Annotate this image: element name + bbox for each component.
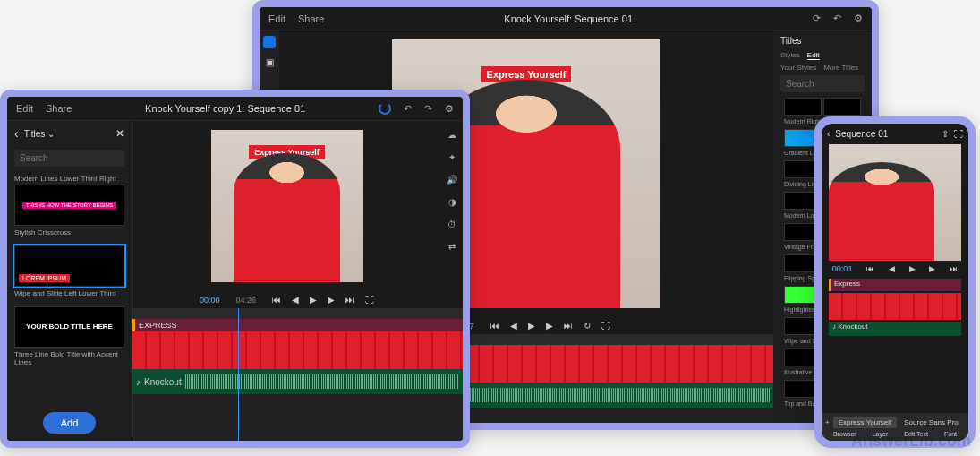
title-overlay[interactable]: Express Yourself (829, 144, 961, 152)
cloud-icon[interactable]: ☁ (447, 130, 456, 140)
export-icon[interactable]: ⇪ (942, 129, 949, 139)
audio-clip-name: Knockout (144, 377, 182, 387)
next-frame-icon[interactable]: ▶ (546, 321, 553, 331)
sync-icon[interactable]: ⟳ (813, 13, 821, 24)
right-rail: ☁ ✦ 🔊 ◑ ⏱ ⇄ (441, 121, 463, 308)
app-icon[interactable] (263, 36, 276, 48)
volume-icon[interactable]: 🔊 (447, 175, 457, 185)
preview-canvas[interactable]: Express Yourself (211, 130, 363, 282)
sidebar-heading[interactable]: Titles ⌄ (24, 129, 55, 139)
timecode-current: 00:01 (832, 264, 853, 273)
audio-clip-name: Knockout (838, 323, 867, 331)
tpl-name: Wipe and Slide Left Lower Third (14, 289, 124, 297)
jump-end-icon[interactable]: ⏭ (564, 321, 573, 331)
timecode-total: 04:26 (236, 296, 257, 305)
close-icon[interactable]: ✕ (115, 127, 124, 140)
music-icon: ♪ (136, 377, 141, 387)
prev-frame-icon[interactable]: ◀ (510, 321, 517, 331)
titles-search[interactable] (780, 75, 865, 92)
back-icon[interactable]: ‹ (14, 126, 19, 141)
gear-icon[interactable]: ⚙ (854, 13, 863, 24)
play-icon[interactable]: ▶ (528, 321, 535, 331)
title-template[interactable]: YOUR BOLD TITLE HERE Three Line Bold Tit… (14, 306, 124, 366)
subtab-more-titles[interactable]: More Titles (823, 64, 858, 72)
fullscreen-icon[interactable]: ⛶ (954, 129, 963, 139)
sidebar-search[interactable] (14, 150, 124, 167)
redo-icon[interactable]: ↷ (424, 103, 432, 115)
add-button[interactable]: Add (43, 412, 97, 434)
chevron-down-icon: ⌄ (47, 129, 55, 139)
play-icon[interactable]: ▶ (310, 295, 317, 305)
back-icon[interactable]: ‹ (827, 129, 830, 139)
sequence-title: Sequence 01 (835, 129, 888, 139)
transport-controls: 00:01 ⏮ ◀ ▶ ▶ ⏭ (822, 261, 968, 277)
next-frame-icon[interactable]: ▶ (929, 264, 935, 273)
project-title: Knock Yourself copy 1: Sequence 01 (84, 103, 366, 114)
play-icon[interactable]: ▶ (909, 264, 916, 273)
music-icon: ♪ (832, 323, 836, 331)
tablet-device: Edit Share Knock Yourself copy 1: Sequen… (0, 90, 470, 448)
tpl-name-prev: Modern Lines Lower Third Right (7, 173, 132, 185)
phone-topbar: ‹ Sequence 01 ⇪ ⛶ (822, 124, 968, 144)
playhead[interactable] (238, 308, 239, 441)
adjust-icon[interactable]: ✦ (448, 152, 456, 162)
add-icon[interactable]: + (825, 418, 830, 426)
title-template[interactable]: THIS IS HOW THE STORY BEGINS Stylish Cri… (14, 185, 124, 237)
video-subject (829, 162, 934, 262)
fullscreen-icon[interactable]: ⛶ (365, 295, 374, 305)
color-icon[interactable]: ◑ (448, 197, 456, 207)
titles-heading: Titles (773, 30, 872, 51)
tablet-menubar: Edit Share Knock Yourself copy 1: Sequen… (7, 97, 463, 121)
audio-track[interactable]: ♪ Knockout (132, 369, 463, 394)
tab-styles[interactable]: Styles (780, 51, 800, 60)
tpl-name: Stylish Crisscross (14, 228, 124, 237)
audio-track[interactable]: ♪ Knockout (829, 322, 961, 336)
project-title: Knock Yourself: Sequence 01 (337, 13, 800, 24)
loop-icon[interactable]: ↻ (584, 321, 591, 331)
menu-edit[interactable]: Edit (268, 13, 285, 24)
tpl-name: Three Line Bold Title with Accent Lines (14, 350, 124, 366)
undo-icon[interactable]: ↶ (833, 13, 841, 24)
jump-end-icon[interactable]: ⏭ (950, 264, 958, 273)
phone-device: ‹ Sequence 01 ⇪ ⛶ Express Yourself 00:01… (814, 116, 976, 448)
subtab-your-styles[interactable]: Your Styles (780, 64, 816, 72)
title-track-clip[interactable]: EXPRESS (132, 319, 463, 331)
sync-spinner-icon (379, 102, 391, 115)
gear-icon[interactable]: ⚙ (445, 103, 454, 115)
jump-end-icon[interactable]: ⏭ (345, 295, 354, 305)
menu-edit[interactable]: Edit (16, 103, 33, 114)
menu-share[interactable]: Share (298, 13, 324, 24)
video-track[interactable] (132, 331, 463, 369)
menu-share[interactable]: Share (46, 103, 72, 114)
waveform (185, 374, 459, 389)
jump-start-icon[interactable]: ⏮ (490, 321, 499, 331)
timeline[interactable]: EXPRESS ♪ Knockout (132, 308, 463, 441)
fullscreen-icon[interactable]: ⛶ (601, 321, 610, 331)
prev-frame-icon[interactable]: ◀ (889, 264, 895, 273)
watermark: AnswerLib.com (851, 432, 971, 451)
transport-controls: 00:00 04:26 ⏮ ◀ ▶ ▶ ⏭ ⛶ (132, 291, 441, 308)
jump-start-icon[interactable]: ⏮ (272, 295, 281, 305)
time-ruler[interactable] (132, 308, 463, 319)
home-icon[interactable]: ▣ (266, 57, 274, 67)
video-subject (234, 153, 340, 283)
preview-canvas[interactable]: Express Yourself (829, 144, 961, 261)
jump-start-icon[interactable]: ⏮ (866, 264, 874, 273)
tab-edit[interactable]: Edit (807, 51, 820, 60)
timecode-current: 00:00 (200, 296, 220, 305)
next-frame-icon[interactable]: ▶ (328, 295, 335, 305)
speed-icon[interactable]: ⏱ (447, 219, 456, 229)
desktop-menubar: Edit Share Knock Yourself: Sequence 01 ⟳… (260, 7, 872, 30)
transform-icon[interactable]: ⇄ (448, 242, 456, 252)
titles-sidebar: ‹ Titles ⌄ ✕ Modern Lines Lower Third Ri… (7, 121, 132, 441)
title-template-selected[interactable]: LOREM IPSUM Wipe and Slide Left Lower Th… (14, 245, 124, 297)
title-text-chip[interactable]: Express Yourself (833, 417, 898, 428)
title-track-clip[interactable]: Express (829, 279, 961, 291)
prev-frame-icon[interactable]: ◀ (292, 295, 299, 305)
video-track[interactable] (829, 293, 961, 320)
undo-icon[interactable]: ↶ (404, 103, 412, 115)
font-name[interactable]: Source Sans Pro (904, 418, 958, 426)
